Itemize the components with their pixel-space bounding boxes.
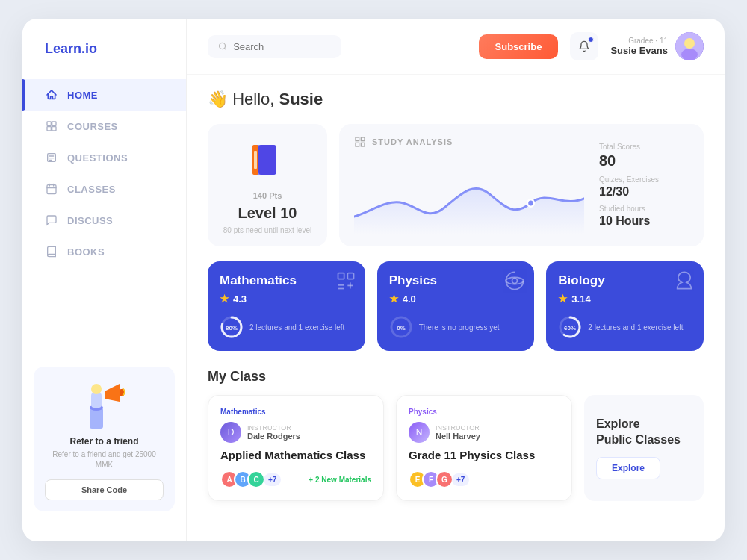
svg-point-17 (220, 43, 226, 49)
math-instructor-name: Dale Rodgers (247, 432, 300, 441)
math-instructor-row: D INSTRUCTOR Dale Rodgers (220, 422, 371, 443)
search-input[interactable] (233, 41, 331, 52)
app-container: Learn.io HOME COURS (0, 0, 747, 560)
notification-button[interactable] (570, 32, 598, 60)
studied-block: Studied hours 10 Hours (599, 205, 689, 228)
svg-rect-22 (258, 145, 276, 175)
course-cards-row: Mathematics ★ 4.3 80% 2 lectures and 1 (208, 261, 704, 351)
study-chart-area: STUDY ANALYSIS (354, 136, 584, 234)
class-card-physics[interactable]: Physics N INSTRUCTOR Nell Harvey Grade 1… (396, 395, 572, 501)
study-title: STUDY ANALYSIS (372, 137, 453, 146)
total-scores-label: Total Scores (599, 143, 689, 151)
svg-text:80%: 80% (226, 325, 238, 332)
sidebar-label-discuss: DISCUSS (67, 215, 113, 226)
home-icon (45, 88, 58, 102)
sidebar-label-home: HOME (67, 90, 98, 101)
sidebar-label-books: BOOKS (67, 246, 105, 258)
quizes-block: Quizes, Exercises 12/30 (599, 175, 689, 199)
math-progress-circle: 80% (220, 315, 244, 339)
biology-progress-circle: 60% (558, 315, 582, 339)
user-info: Gradee · 11 Susie Evans (610, 32, 704, 60)
math-progress-row: 80% 2 lectures and 1 exercise left (220, 315, 353, 339)
svg-rect-27 (356, 143, 359, 146)
physics-star: ★ (389, 293, 399, 305)
sidebar-item-courses[interactable]: COURSES (22, 111, 186, 142)
total-scores-block: Total Scores 80 (599, 143, 689, 169)
study-analysis-card: STUDY ANALYSIS (339, 124, 704, 246)
physics-class-bottom: E F G +7 (409, 470, 560, 488)
explore-button[interactable]: Explore (596, 457, 660, 479)
level-label: Level 10 (238, 205, 297, 222)
class-card-math[interactable]: Mathematics D INSTRUCTOR Dale Rodgers Ap… (208, 395, 384, 501)
biology-rating-value: 3.14 (571, 293, 590, 305)
total-scores-value: 80 (599, 152, 689, 169)
sidebar-item-home[interactable]: HOME (22, 79, 186, 111)
svg-rect-30 (338, 273, 344, 279)
physics-course-name: Physics (389, 273, 523, 288)
math-new-materials: + 2 New Materials (309, 476, 371, 484)
sidebar-item-discuss[interactable]: DISCUSS (22, 205, 186, 236)
subscribe-button[interactable]: Subscribe (479, 34, 559, 59)
svg-text:60%: 60% (564, 325, 576, 332)
promo-desc: Refer to a friend and get 25000 MMK (45, 449, 164, 470)
physics-member-avatars: E F G (409, 470, 449, 488)
sidebar-item-books[interactable]: BOOKS (22, 236, 186, 267)
sidebar-label-questions: QUESTIONS (67, 152, 128, 164)
physics-instructor-name: Nell Harvey (436, 432, 480, 441)
share-code-button[interactable]: Share Code (45, 479, 164, 500)
class-row: Mathematics D INSTRUCTOR Dale Rodgers Ap… (208, 395, 704, 501)
studied-value: 10 Hours (599, 214, 689, 228)
explore-title: Explore Public Classes (596, 417, 681, 448)
discuss-icon (45, 214, 58, 227)
physics-rating: ★ 4.0 (389, 293, 523, 305)
sidebar-label-courses: COURSES (67, 121, 118, 132)
svg-rect-26 (361, 137, 365, 141)
svg-point-15 (91, 384, 102, 394)
quizes-label: Quizes, Exercises (599, 175, 689, 184)
sidebar-promo: Refer to a friend Refer to a friend and … (34, 367, 175, 511)
courses-icon (45, 119, 58, 133)
svg-rect-0 (47, 122, 51, 125)
greeting-text: Hello, (232, 90, 274, 108)
physics-progress-circle: 0% (389, 315, 413, 339)
physics-class-name: Grade 11 Physics Class (409, 449, 560, 461)
svg-point-29 (527, 199, 534, 207)
user-text: Gradee · 11 Susie Evans (610, 37, 668, 56)
math-rating: ★ 4.3 (220, 293, 353, 305)
topbar: Subscribe Gradee · 11 Susie Evans (187, 19, 725, 75)
sidebar-item-classes[interactable]: CLASSES (22, 173, 186, 205)
course-card-math[interactable]: Mathematics ★ 4.3 80% 2 lectures and 1 (208, 261, 365, 351)
greeting: 👋 Hello, Susie (208, 90, 704, 109)
biology-rating: ★ 3.14 (558, 293, 692, 305)
main-card: Learn.io HOME COURS (22, 19, 725, 541)
sidebar: Learn.io HOME COURS (22, 19, 187, 541)
my-class-title: My Class (208, 369, 704, 385)
physics-instructor-info: INSTRUCTOR Nell Harvey (436, 424, 480, 441)
biology-icon (674, 270, 695, 296)
math-progress-text: 2 lectures and 1 exercise left (249, 323, 344, 332)
physics-instructor-row: N INSTRUCTOR Nell Harvey (409, 422, 560, 443)
study-chart (354, 154, 584, 234)
page-content: 👋 Hello, Susie (187, 75, 725, 541)
math-class-subject: Mathematics (220, 408, 371, 416)
svg-rect-31 (347, 273, 353, 279)
chart-icon (354, 136, 366, 148)
logo: Learn.io (22, 41, 186, 57)
promo-image (75, 378, 134, 430)
svg-point-20 (681, 49, 698, 60)
math-star: ★ (220, 293, 229, 305)
pts-next: 80 pts need until next level (223, 226, 311, 234)
book-icon (245, 139, 290, 184)
biology-progress-row: 60% 2 lectures and 1 exercise left (558, 315, 692, 339)
svg-rect-14 (91, 393, 102, 408)
course-card-physics[interactable]: Physics ★ 4.0 0% There is no progress ye… (377, 261, 535, 351)
explore-card: Explore Public Classes Explore (584, 395, 704, 501)
sidebar-item-questions[interactable]: QUESTIONS (22, 142, 186, 173)
main-content: Subscribe Gradee · 11 Susie Evans (187, 19, 725, 541)
course-card-biology[interactable]: Biology ★ 3.14 60% 2 lectures and 1 exe (546, 261, 704, 351)
classes-icon (45, 182, 58, 196)
math-member-count: +7 (264, 473, 281, 486)
svg-rect-1 (52, 122, 56, 125)
svg-rect-2 (47, 127, 51, 131)
avatar (675, 32, 704, 60)
